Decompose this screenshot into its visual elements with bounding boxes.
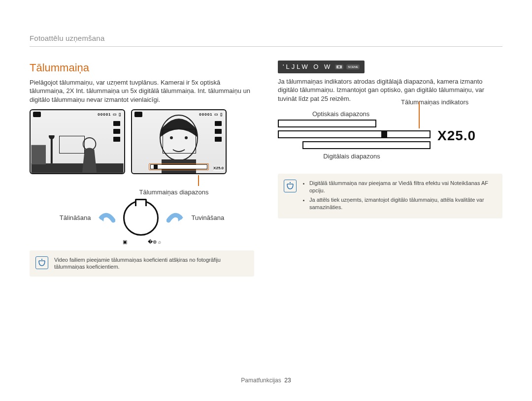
col-left: Tālummaiņa Pielāgojot tālummaiņu, var uz… (30, 61, 254, 277)
svg-rect-1 (31, 145, 46, 164)
section-title: Tālummaiņa (30, 61, 254, 75)
zoom-diagram: Tālummaiņas indikators Optiskais diapazo… (278, 108, 502, 161)
svg-rect-3 (51, 136, 53, 163)
optical-bracket (278, 120, 376, 127)
label-indicator: Tālummaiņas indikators (401, 98, 468, 107)
arrow-ccw-icon (99, 211, 115, 225)
pointer-line (198, 175, 199, 186)
info-icon (284, 180, 297, 192)
arrow-cw-icon (166, 211, 183, 225)
focus-box (59, 136, 85, 154)
svg-rect-0 (31, 163, 123, 173)
zoom-bar-large: X25.0 (278, 120, 502, 149)
frame-counter: 00001 ▭ ▯ (98, 112, 121, 118)
zoom-readout-small: X25.0 (213, 166, 224, 171)
dial-markers: ▣ �⊕ ⌕ (30, 239, 254, 246)
note-item: Ja attēls tiek uzņemts, izmantojot digit… (309, 196, 496, 211)
mode-icon (113, 129, 120, 134)
caption-zoom-range: Tālummaiņas diapazons (94, 188, 254, 197)
camera-screen-zoom: 00001 ▭ ▯ (131, 109, 227, 174)
page-number: 23 (284, 377, 291, 384)
label-digital: Digitālais diapazons (288, 152, 416, 161)
zoom-position-marker (381, 130, 387, 138)
intro-left: Pielāgojot tālummaiņu, var uzņemt tuvplā… (30, 78, 254, 104)
page: Fotoattēlu uzņemšana Tālummaiņa Pielāgoj… (0, 0, 532, 401)
zoom-readout-large: X25.0 (437, 126, 476, 145)
svg-point-12 (338, 66, 340, 68)
breadcrumb: Fotoattēlu uzņemšana (30, 33, 502, 47)
mode-pill-op (335, 64, 343, 69)
camera-screen-wide: 00001 ▭ ▯ (30, 109, 125, 174)
zoom-bar-overlay (149, 163, 209, 170)
res-icon (113, 121, 120, 126)
mode-strip-text: 'LJLW O W (283, 62, 332, 71)
focus-box (163, 129, 196, 154)
zoom-dial-icon (123, 200, 159, 236)
note-card-left: Video failiem pieejamie tālummaiņas koef… (30, 250, 254, 277)
mode-strip: 'LJLW O W SCENE (278, 61, 365, 73)
note-list-right: Digitālā tālummaiņa nav pieejama ar Vied… (302, 180, 496, 213)
digital-bracket (302, 141, 431, 149)
camera-screens-row: 00001 ▭ ▯ (30, 109, 254, 174)
zoom-track (278, 130, 431, 138)
svg-point-4 (49, 135, 55, 139)
wide-marker-icon: ▣ (123, 239, 127, 246)
label-zoom-in: Tuvināšana (191, 214, 224, 222)
info-icon (35, 256, 48, 269)
label-optical: Optiskais diapazons (312, 110, 369, 119)
content-columns: Tālummaiņa Pielāgojot tālummaiņu, var uz… (30, 61, 502, 277)
note-item: Digitālā tālummaiņa nav pieejama ar Vied… (309, 180, 496, 194)
zoom-dial-row: Tālināšana Tuvināšana (30, 200, 254, 236)
note-card-right: Digitālā tālummaiņa nav pieejama ar Vied… (278, 174, 502, 218)
tele-marker-icon: �⊕ ⌕ (148, 239, 161, 246)
label-zoom-out: Tālināšana (60, 214, 91, 222)
camera-icon (33, 112, 41, 117)
footer-label: Pamatfunkcijas (241, 377, 281, 384)
note-text-left: Video failiem pieejamie tālummaiņas koef… (54, 256, 247, 271)
col-right: 'LJLW O W SCENE Ja tālummaiņas indikator… (278, 61, 502, 277)
footer: Pamatfunkcijas 23 (0, 376, 532, 384)
mode-pill-scene: SCENE (346, 64, 360, 69)
intro-right: Ja tālummaiņas indikators atrodas digitā… (278, 77, 502, 103)
